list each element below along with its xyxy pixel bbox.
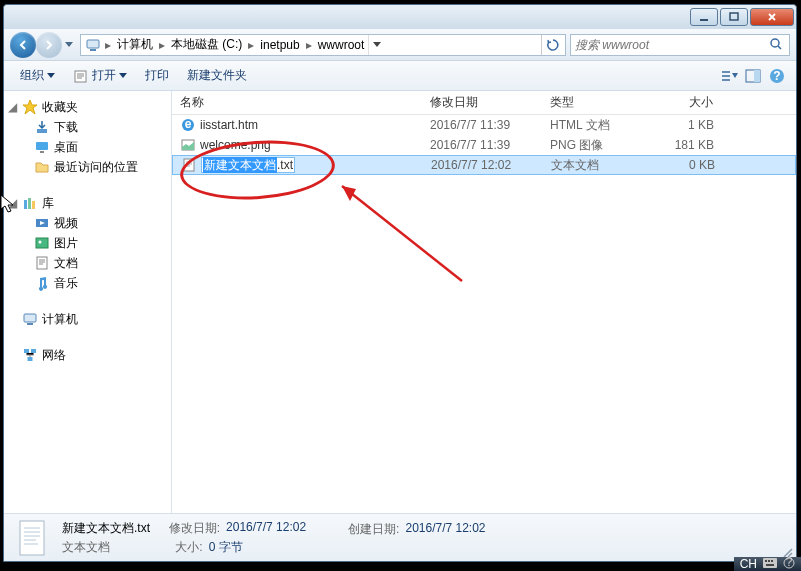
forward-button[interactable] [36,32,62,58]
help-button[interactable]: ? [766,65,788,87]
computer-icon [85,37,101,53]
svg-rect-20 [24,314,36,322]
svg-rect-31 [763,558,777,568]
view-options-button[interactable] [718,65,740,87]
maximize-button[interactable] [720,8,748,26]
print-button[interactable]: 打印 [137,63,177,88]
ie-file-icon: e [180,117,196,133]
status-filename: 新建文本文档.txt [62,520,150,537]
search-icon[interactable] [769,37,785,53]
file-row[interactable]: eiisstart.htm 2016/7/7 11:39 HTML 文档 1 K… [172,115,796,135]
close-button[interactable] [750,8,794,26]
sidebar-item-pictures[interactable]: 图片 [4,233,171,253]
sidebar-item-desktop[interactable]: 桌面 [4,137,171,157]
back-button[interactable] [10,32,36,58]
open-button[interactable]: 打开 [65,63,135,88]
svg-rect-15 [32,201,35,209]
svg-rect-21 [27,323,33,325]
computer-icon [22,311,38,327]
svg-rect-12 [40,151,44,153]
rename-input[interactable]: 新建文本文档.txt [201,157,295,173]
svg-text:e: e [185,117,192,131]
svg-rect-0 [700,19,708,21]
search-input[interactable] [575,38,769,52]
sidebar-favorites[interactable]: ◢收藏夹 [4,97,171,117]
svg-rect-3 [90,49,96,51]
organize-button[interactable]: 组织 [12,63,63,88]
desktop-icon [34,139,50,155]
svg-rect-24 [28,357,33,361]
sidebar-network[interactable]: 网络 [4,345,171,365]
file-row[interactable]: welcome.png 2016/7/7 11:39 PNG 图像 181 KB [172,135,796,155]
svg-rect-23 [31,349,36,353]
chevron-right-icon: ▸ [159,38,165,52]
explorer-window: ▸ 计算机 ▸ 本地磁盘 (C:) ▸ inetpub ▸ wwwroot 组织… [3,4,797,562]
preview-pane-button[interactable] [742,65,764,87]
svg-rect-28 [184,159,194,171]
search-box[interactable] [570,34,790,56]
column-header-type[interactable]: 类型 [542,91,642,114]
breadcrumb-segment[interactable]: 计算机 [113,35,157,55]
annotation-arrow [322,171,472,291]
svg-rect-10 [37,129,47,133]
titlebar[interactable] [4,5,796,29]
download-icon [34,119,50,135]
svg-rect-11 [36,142,48,150]
network-icon [22,347,38,363]
status-file-icon [14,518,50,558]
file-list[interactable]: 名称 修改日期 类型 大小 eiisstart.htm 2016/7/7 11:… [172,91,796,513]
svg-point-4 [771,39,779,47]
picture-icon [34,235,50,251]
chevron-right-icon: ▸ [248,38,254,52]
column-headers: 名称 修改日期 类型 大小 [172,91,796,115]
music-icon [34,275,50,291]
breadcrumb[interactable]: ▸ 计算机 ▸ 本地磁盘 (C:) ▸ inetpub ▸ wwwroot [80,34,566,56]
column-header-name[interactable]: 名称 [172,91,422,114]
sidebar-item-videos[interactable]: 视频 [4,213,171,233]
breadcrumb-dropdown[interactable] [368,35,384,55]
navbar: ▸ 计算机 ▸ 本地磁盘 (C:) ▸ inetpub ▸ wwwroot [4,29,796,61]
svg-rect-19 [37,257,47,269]
svg-rect-2 [87,40,99,48]
library-icon [22,195,38,211]
refresh-button[interactable] [541,35,563,55]
breadcrumb-segment[interactable]: wwwroot [314,35,369,55]
svg-rect-13 [24,200,27,209]
svg-rect-34 [771,560,773,562]
ime-help-icon[interactable]: ? [783,557,795,572]
sidebar-computer[interactable]: 计算机 [4,309,171,329]
svg-text:?: ? [786,557,793,569]
svg-rect-33 [768,560,770,562]
sidebar-item-recent[interactable]: 最近访问的位置 [4,157,171,177]
ime-indicator[interactable]: CH [740,557,757,571]
status-filetype: 文本文档 [62,539,110,556]
svg-rect-35 [766,564,774,566]
image-file-icon [180,137,196,153]
toolbar: 组织 打开 打印 新建文件夹 ? [4,61,796,91]
breadcrumb-segment[interactable]: inetpub [256,35,303,55]
recent-icon [34,159,50,175]
file-row-selected[interactable]: 新建文本文档.txt 2016/7/7 12:02 文本文档 0 KB [172,155,796,175]
statusbar: 新建文本文档.txt 修改日期: 2016/7/7 12:02 文本文档 大小:… [4,513,796,561]
sidebar-item-music[interactable]: 音乐 [4,273,171,293]
sidebar-item-documents[interactable]: 文档 [4,253,171,273]
svg-rect-1 [730,13,738,20]
document-icon [34,255,50,271]
nav-history-dropdown[interactable] [62,33,76,57]
svg-text:?: ? [773,69,780,83]
new-folder-button[interactable]: 新建文件夹 [179,63,255,88]
sidebar-libraries[interactable]: ◢库 [4,193,171,213]
svg-rect-7 [754,70,760,82]
chevron-right-icon: ▸ [306,38,312,52]
ime-keyboard-icon[interactable] [763,557,777,571]
minimize-button[interactable] [690,8,718,26]
sidebar-item-downloads[interactable]: 下载 [4,117,171,137]
taskbar-fragment[interactable]: CH ? [734,557,801,571]
sidebar: ◢收藏夹 下载 桌面 最近访问的位置 ◢库 视频 图片 文档 音乐 计算机 网络 [4,91,172,513]
breadcrumb-segment[interactable]: 本地磁盘 (C:) [167,35,246,55]
column-header-size[interactable]: 大小 [642,91,722,114]
column-header-date[interactable]: 修改日期 [422,91,542,114]
star-icon [22,99,38,115]
svg-point-18 [39,241,42,244]
svg-rect-30 [20,521,44,555]
